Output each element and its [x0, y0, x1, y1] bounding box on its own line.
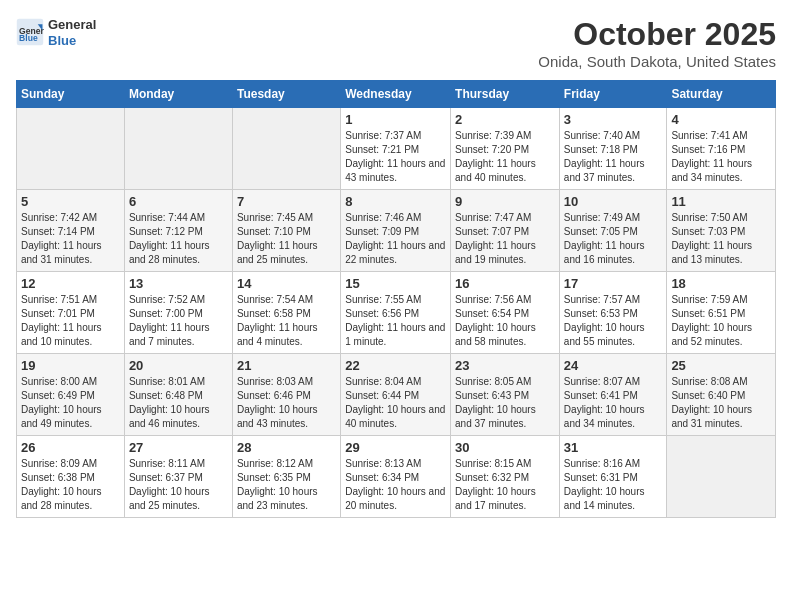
day-number: 23 [455, 358, 555, 373]
day-number: 21 [237, 358, 336, 373]
logo-text-blue: Blue [48, 33, 76, 48]
calendar-cell [17, 108, 125, 190]
day-info: Sunrise: 8:03 AMSunset: 6:46 PMDaylight:… [237, 375, 336, 431]
calendar-cell: 12Sunrise: 7:51 AMSunset: 7:01 PMDayligh… [17, 272, 125, 354]
calendar-cell [667, 436, 776, 518]
day-number: 22 [345, 358, 446, 373]
calendar-cell: 30Sunrise: 8:15 AMSunset: 6:32 PMDayligh… [451, 436, 560, 518]
day-number: 31 [564, 440, 663, 455]
calendar-cell: 14Sunrise: 7:54 AMSunset: 6:58 PMDayligh… [232, 272, 340, 354]
logo: General Blue General Blue [16, 16, 96, 48]
logo-text-general: General [48, 17, 96, 32]
calendar-cell: 1Sunrise: 7:37 AMSunset: 7:21 PMDaylight… [341, 108, 451, 190]
calendar-cell: 21Sunrise: 8:03 AMSunset: 6:46 PMDayligh… [232, 354, 340, 436]
calendar-cell: 5Sunrise: 7:42 AMSunset: 7:14 PMDaylight… [17, 190, 125, 272]
calendar-cell: 27Sunrise: 8:11 AMSunset: 6:37 PMDayligh… [124, 436, 232, 518]
day-number: 12 [21, 276, 120, 291]
calendar-cell: 26Sunrise: 8:09 AMSunset: 6:38 PMDayligh… [17, 436, 125, 518]
day-info: Sunrise: 8:08 AMSunset: 6:40 PMDaylight:… [671, 375, 771, 431]
day-info: Sunrise: 7:55 AMSunset: 6:56 PMDaylight:… [345, 293, 446, 349]
calendar-cell: 29Sunrise: 8:13 AMSunset: 6:34 PMDayligh… [341, 436, 451, 518]
header-day-wednesday: Wednesday [341, 81, 451, 108]
calendar-cell: 7Sunrise: 7:45 AMSunset: 7:10 PMDaylight… [232, 190, 340, 272]
day-info: Sunrise: 7:57 AMSunset: 6:53 PMDaylight:… [564, 293, 663, 349]
day-number: 28 [237, 440, 336, 455]
day-info: Sunrise: 7:49 AMSunset: 7:05 PMDaylight:… [564, 211, 663, 267]
day-number: 24 [564, 358, 663, 373]
day-number: 25 [671, 358, 771, 373]
day-info: Sunrise: 8:12 AMSunset: 6:35 PMDaylight:… [237, 457, 336, 513]
calendar-cell: 2Sunrise: 7:39 AMSunset: 7:20 PMDaylight… [451, 108, 560, 190]
week-row-4: 19Sunrise: 8:00 AMSunset: 6:49 PMDayligh… [17, 354, 776, 436]
day-info: Sunrise: 7:56 AMSunset: 6:54 PMDaylight:… [455, 293, 555, 349]
week-row-3: 12Sunrise: 7:51 AMSunset: 7:01 PMDayligh… [17, 272, 776, 354]
day-info: Sunrise: 7:51 AMSunset: 7:01 PMDaylight:… [21, 293, 120, 349]
day-number: 6 [129, 194, 228, 209]
calendar-cell: 24Sunrise: 8:07 AMSunset: 6:41 PMDayligh… [559, 354, 667, 436]
day-info: Sunrise: 8:05 AMSunset: 6:43 PMDaylight:… [455, 375, 555, 431]
svg-text:Blue: Blue [19, 33, 38, 43]
day-number: 19 [21, 358, 120, 373]
day-info: Sunrise: 7:52 AMSunset: 7:00 PMDaylight:… [129, 293, 228, 349]
day-number: 15 [345, 276, 446, 291]
day-info: Sunrise: 8:07 AMSunset: 6:41 PMDaylight:… [564, 375, 663, 431]
day-info: Sunrise: 7:59 AMSunset: 6:51 PMDaylight:… [671, 293, 771, 349]
day-number: 11 [671, 194, 771, 209]
day-info: Sunrise: 7:47 AMSunset: 7:07 PMDaylight:… [455, 211, 555, 267]
day-number: 7 [237, 194, 336, 209]
title-area: October 2025 Onida, South Dakota, United… [538, 16, 776, 70]
calendar-cell: 6Sunrise: 7:44 AMSunset: 7:12 PMDaylight… [124, 190, 232, 272]
header-row: SundayMondayTuesdayWednesdayThursdayFrid… [17, 81, 776, 108]
calendar-cell: 18Sunrise: 7:59 AMSunset: 6:51 PMDayligh… [667, 272, 776, 354]
day-info: Sunrise: 7:39 AMSunset: 7:20 PMDaylight:… [455, 129, 555, 185]
day-number: 13 [129, 276, 228, 291]
day-number: 3 [564, 112, 663, 127]
day-number: 20 [129, 358, 228, 373]
day-info: Sunrise: 8:16 AMSunset: 6:31 PMDaylight:… [564, 457, 663, 513]
day-info: Sunrise: 7:41 AMSunset: 7:16 PMDaylight:… [671, 129, 771, 185]
header-day-thursday: Thursday [451, 81, 560, 108]
day-number: 4 [671, 112, 771, 127]
day-number: 10 [564, 194, 663, 209]
day-info: Sunrise: 7:54 AMSunset: 6:58 PMDaylight:… [237, 293, 336, 349]
header-day-sunday: Sunday [17, 81, 125, 108]
day-number: 29 [345, 440, 446, 455]
day-info: Sunrise: 8:15 AMSunset: 6:32 PMDaylight:… [455, 457, 555, 513]
calendar-cell: 9Sunrise: 7:47 AMSunset: 7:07 PMDaylight… [451, 190, 560, 272]
day-number: 26 [21, 440, 120, 455]
calendar-cell [124, 108, 232, 190]
calendar-cell: 11Sunrise: 7:50 AMSunset: 7:03 PMDayligh… [667, 190, 776, 272]
day-number: 14 [237, 276, 336, 291]
header-day-friday: Friday [559, 81, 667, 108]
day-info: Sunrise: 8:00 AMSunset: 6:49 PMDaylight:… [21, 375, 120, 431]
week-row-2: 5Sunrise: 7:42 AMSunset: 7:14 PMDaylight… [17, 190, 776, 272]
day-info: Sunrise: 8:13 AMSunset: 6:34 PMDaylight:… [345, 457, 446, 513]
day-number: 5 [21, 194, 120, 209]
day-info: Sunrise: 8:04 AMSunset: 6:44 PMDaylight:… [345, 375, 446, 431]
day-info: Sunrise: 7:37 AMSunset: 7:21 PMDaylight:… [345, 129, 446, 185]
day-info: Sunrise: 7:46 AMSunset: 7:09 PMDaylight:… [345, 211, 446, 267]
calendar-cell: 31Sunrise: 8:16 AMSunset: 6:31 PMDayligh… [559, 436, 667, 518]
day-number: 1 [345, 112, 446, 127]
day-info: Sunrise: 7:40 AMSunset: 7:18 PMDaylight:… [564, 129, 663, 185]
calendar-cell: 16Sunrise: 7:56 AMSunset: 6:54 PMDayligh… [451, 272, 560, 354]
calendar-cell: 4Sunrise: 7:41 AMSunset: 7:16 PMDaylight… [667, 108, 776, 190]
header-day-monday: Monday [124, 81, 232, 108]
sub-title: Onida, South Dakota, United States [538, 53, 776, 70]
day-number: 27 [129, 440, 228, 455]
day-number: 17 [564, 276, 663, 291]
day-number: 16 [455, 276, 555, 291]
day-info: Sunrise: 8:11 AMSunset: 6:37 PMDaylight:… [129, 457, 228, 513]
calendar-cell: 20Sunrise: 8:01 AMSunset: 6:48 PMDayligh… [124, 354, 232, 436]
day-info: Sunrise: 8:01 AMSunset: 6:48 PMDaylight:… [129, 375, 228, 431]
logo-icon: General Blue [16, 18, 44, 46]
day-info: Sunrise: 7:50 AMSunset: 7:03 PMDaylight:… [671, 211, 771, 267]
calendar-cell: 28Sunrise: 8:12 AMSunset: 6:35 PMDayligh… [232, 436, 340, 518]
week-row-5: 26Sunrise: 8:09 AMSunset: 6:38 PMDayligh… [17, 436, 776, 518]
day-info: Sunrise: 8:09 AMSunset: 6:38 PMDaylight:… [21, 457, 120, 513]
calendar-cell: 13Sunrise: 7:52 AMSunset: 7:00 PMDayligh… [124, 272, 232, 354]
calendar-cell [232, 108, 340, 190]
calendar-cell: 15Sunrise: 7:55 AMSunset: 6:56 PMDayligh… [341, 272, 451, 354]
day-number: 2 [455, 112, 555, 127]
calendar-cell: 23Sunrise: 8:05 AMSunset: 6:43 PMDayligh… [451, 354, 560, 436]
